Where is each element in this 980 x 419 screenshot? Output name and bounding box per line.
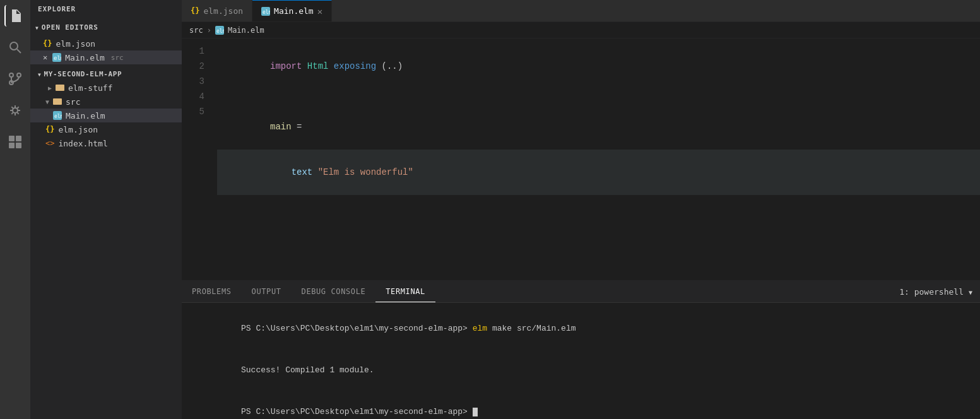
terminal-prompt-1: PS C:\Users\PC\Desktop\elm1\my-second-el…	[241, 324, 473, 333]
chevron-down-icon: ▼	[45, 98, 49, 105]
svg-rect-11	[16, 136, 21, 141]
dropdown-arrow-icon	[969, 287, 972, 297]
close-icon[interactable]: ✕	[43, 53, 47, 62]
files-icon[interactable]	[4, 5, 26, 27]
sidebar-item-index-html[interactable]: <> index.html	[30, 136, 182, 150]
sidebar-item-elm-json[interactable]: {} elm.json	[30, 122, 182, 136]
tab-elm-json[interactable]: {} elm.json	[182, 0, 252, 21]
tab-main-elm[interactable]: elm Main.elm ✕	[252, 0, 332, 21]
breadcrumb-src[interactable]: src	[189, 26, 203, 35]
open-editor-elm-json[interactable]: {} elm.json	[30, 37, 182, 50]
panel-terminal-label: TERMINAL	[386, 287, 425, 296]
panel-debug-label: DEBUG CONSOLE	[302, 287, 366, 296]
terminal-success-msg: Success! Compiled 1 module.	[241, 365, 374, 375]
svg-rect-13	[16, 143, 21, 148]
svg-point-0	[10, 42, 18, 50]
src-label: src	[66, 97, 80, 107]
folder-chevron	[38, 70, 41, 78]
index-html-sidebar-label: index.html	[58, 139, 107, 148]
explorer-label: EXPLORER	[38, 5, 76, 13]
open-editor-main-elm[interactable]: ✕ elm Main.elm src	[30, 50, 182, 64]
terminal-prompt-2: PS C:\Users\PC\Desktop\elm1\my-second-el…	[241, 407, 473, 416]
panel-tab-output[interactable]: OUTPUT	[242, 281, 292, 302]
activity-bar	[0, 0, 30, 419]
svg-rect-16	[56, 85, 64, 91]
open-editor-elm-json-label: elm.json	[56, 39, 95, 49]
source-control-icon[interactable]	[4, 68, 26, 90]
terminal-dropdown-label: 1: powershell	[899, 287, 964, 297]
keyword-import: import	[270, 61, 302, 71]
panel-problems-label: PROBLEMS	[192, 287, 232, 296]
panel-tab-problems[interactable]: PROBLEMS	[182, 281, 242, 302]
open-editors-header[interactable]: OPEN EDITORS	[30, 18, 182, 37]
breadcrumb-separator: ›	[207, 26, 211, 35]
code-line-4: text "Elm is wonderful"	[217, 150, 980, 195]
terminal-cmd-elm: elm	[473, 324, 487, 333]
folder-my-second-elm-app[interactable]: MY-SECOND-ELM-APP	[30, 67, 182, 81]
code-line-2	[217, 89, 980, 104]
keyword-exposing: exposing	[334, 61, 376, 71]
breadcrumb-main-elm[interactable]: Main.elm	[228, 26, 264, 35]
json-icon-2: {}	[45, 125, 54, 134]
sidebar: EXPLORER OPEN EDITORS {} elm.json ✕ elm …	[30, 0, 182, 419]
main-elm-sidebar-label: Main.elm	[66, 111, 105, 121]
tab-json-icon: {}	[191, 6, 199, 15]
code-line-1: import Html exposing (..)	[217, 44, 980, 89]
explorer-header[interactable]: EXPLORER	[30, 0, 182, 18]
bottom-panel: PROBLEMS OUTPUT DEBUG CONSOLE TERMINAL 1…	[182, 280, 980, 419]
string-elm-is-wonderful: "Elm is wonderful"	[318, 167, 413, 177]
debug-icon[interactable]	[4, 100, 26, 121]
main-elm-src-badge: src	[111, 54, 124, 62]
chevron-right-icon: ▶	[48, 85, 52, 91]
folder-open-icon	[53, 97, 62, 106]
open-editors-label: OPEN EDITORS	[42, 23, 98, 32]
keyword-html: Html	[307, 61, 329, 71]
svg-rect-17	[53, 98, 62, 105]
tab-elm-json-label: elm.json	[203, 6, 243, 16]
tab-bar: {} elm.json elm Main.elm ✕	[182, 0, 980, 22]
sidebar-item-main-elm[interactable]: elm Main.elm	[30, 109, 182, 122]
svg-text:elm: elm	[263, 9, 270, 15]
terminal-line-1: PS C:\Users\PC\Desktop\elm1\my-second-el…	[192, 308, 970, 350]
sidebar-item-elm-stuff[interactable]: ▶ elm-stuff	[30, 81, 182, 95]
code-editor[interactable]: 1 2 3 4 5 import Html exposing (..) main…	[182, 38, 980, 280]
svg-point-3	[17, 73, 21, 77]
tab-main-elm-label: Main.elm	[274, 6, 314, 16]
terminal-area[interactable]: PS C:\Users\PC\Desktop\elm1\my-second-el…	[182, 303, 980, 419]
sidebar-item-src[interactable]: ▼ src	[30, 95, 182, 109]
line-numbers: 1 2 3 4 5	[182, 38, 212, 280]
open-editors-chevron	[35, 23, 39, 32]
folder-name: MY-SECOND-ELM-APP	[44, 70, 122, 78]
code-line-3: main =	[217, 104, 980, 150]
svg-text:elm: elm	[216, 28, 224, 34]
svg-line-1	[17, 49, 21, 53]
code-line-5	[217, 195, 980, 210]
panel-output-label: OUTPUT	[252, 287, 281, 296]
tab-close-button[interactable]: ✕	[317, 6, 322, 16]
breadcrumb-elm-icon: elm	[215, 26, 224, 35]
terminal-line-2: Success! Compiled 1 module.	[192, 350, 970, 391]
extensions-icon[interactable]	[4, 131, 26, 153]
svg-rect-10	[9, 136, 15, 141]
elm-json-sidebar-label: elm.json	[58, 125, 98, 134]
folder-icon	[56, 83, 64, 92]
elm-file-icon-2: elm	[53, 111, 62, 120]
keyword-main: main	[270, 122, 292, 132]
main-area: {} elm.json elm Main.elm ✕ src › elm Mai…	[182, 0, 980, 419]
terminal-cmd-rest: make src/Main.elm	[487, 324, 576, 333]
svg-text:elm: elm	[54, 114, 62, 119]
svg-point-5	[13, 108, 18, 113]
panel-tab-debug-console[interactable]: DEBUG CONSOLE	[292, 281, 376, 302]
panel-tabs: PROBLEMS OUTPUT DEBUG CONSOLE TERMINAL 1…	[182, 281, 980, 303]
breadcrumb: src › elm Main.elm	[182, 22, 980, 38]
panel-tab-terminal[interactable]: TERMINAL	[375, 281, 435, 302]
elm-file-icon: elm	[52, 53, 61, 62]
svg-text:elm: elm	[54, 55, 61, 61]
svg-point-2	[9, 73, 13, 77]
terminal-dropdown[interactable]: 1: powershell	[892, 281, 980, 302]
terminal-cursor	[473, 408, 478, 416]
code-content[interactable]: import Html exposing (..) main = text "E…	[212, 38, 980, 280]
json-icon: {}	[43, 39, 52, 48]
elm-stuff-label: elm-stuff	[68, 83, 112, 93]
search-icon[interactable]	[4, 37, 26, 58]
